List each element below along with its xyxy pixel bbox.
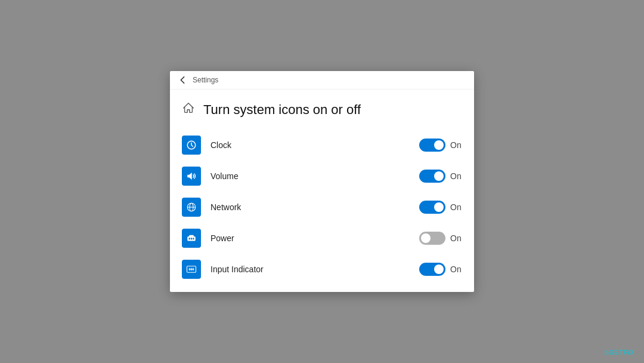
clock-icon-box (182, 136, 201, 155)
network-toggle-label: On (450, 202, 462, 212)
back-button[interactable] (179, 76, 185, 84)
page-header: Turn system icons on or off (170, 90, 474, 127)
volume-toggle-label: On (450, 171, 462, 181)
watermark: bGETFiX (605, 349, 634, 356)
setting-row-input-indicator: Input Indicator On (170, 254, 474, 285)
title-bar-text: Settings (193, 76, 218, 84)
settings-list: Clock On Volume On (170, 127, 474, 292)
svg-rect-9 (189, 235, 194, 237)
setting-row-clock: Clock On (170, 130, 474, 161)
home-icon (182, 101, 195, 118)
volume-toggle-wrapper: On (419, 170, 462, 183)
svg-marker-1 (187, 173, 192, 180)
volume-toggle[interactable] (419, 170, 445, 183)
volume-label: Volume (210, 171, 419, 181)
svg-rect-8 (193, 238, 194, 239)
volume-icon-box (182, 167, 201, 186)
setting-row-network: Network On (170, 192, 474, 223)
settings-window: Settings Turn system icons on or off Clo… (170, 71, 474, 292)
power-toggle-wrapper: On (419, 232, 462, 245)
clock-toggle[interactable] (419, 139, 445, 152)
network-toggle-wrapper: On (419, 201, 462, 214)
svg-rect-7 (191, 238, 192, 239)
input-indicator-label: Input Indicator (210, 264, 419, 274)
volume-toggle-knob (434, 171, 444, 181)
page-title: Turn system icons on or off (203, 102, 361, 118)
input-indicator-toggle[interactable] (419, 263, 445, 276)
clock-toggle-knob (434, 140, 444, 150)
clock-toggle-wrapper: On (419, 139, 462, 152)
setting-row-power: Power On (170, 223, 474, 254)
input-indicator-toggle-knob (434, 264, 444, 274)
network-toggle[interactable] (419, 201, 445, 214)
clock-label: Clock (210, 140, 419, 150)
power-icon-box (182, 229, 201, 248)
svg-rect-6 (189, 238, 190, 239)
title-bar: Settings (170, 71, 474, 90)
power-label: Power (210, 233, 419, 243)
input-indicator-toggle-wrapper: On (419, 263, 462, 276)
power-toggle-label: On (450, 233, 462, 243)
network-toggle-knob (434, 202, 444, 212)
clock-toggle-label: On (450, 140, 462, 150)
power-toggle[interactable] (419, 232, 445, 245)
setting-row-volume: Volume On (170, 161, 474, 192)
power-toggle-knob (421, 233, 431, 243)
network-icon-box (182, 198, 201, 217)
network-label: Network (210, 202, 419, 212)
input-indicator-toggle-label: On (450, 264, 462, 274)
input-indicator-icon-box (182, 260, 201, 279)
